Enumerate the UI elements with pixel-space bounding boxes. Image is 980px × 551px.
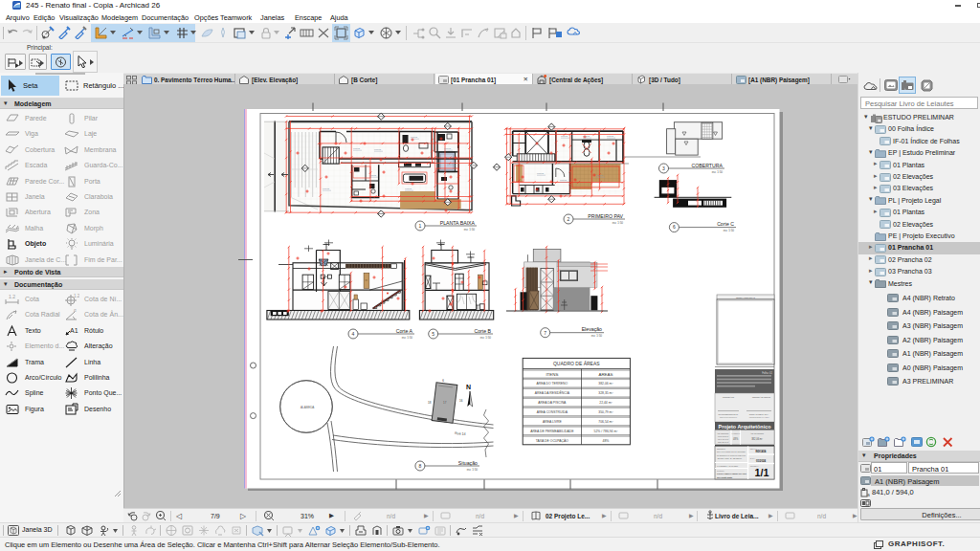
svg-text:COBERTURA: COBERTURA	[692, 163, 724, 168]
svg-text:ÁREAS: ÁREAS	[599, 372, 613, 377]
svg-text:esc 1:50: esc 1:50	[712, 170, 724, 174]
svg-text:Corte C, Elevação, Situação: Corte C, Elevação, Situação	[717, 476, 732, 479]
svg-text:Corte C: Corte C	[717, 221, 734, 227]
svg-text:DOUGLAS KLEBI DA SILVA: DOUGLAS KLEBI DA SILVA	[749, 413, 768, 415]
svg-text:5: 5	[432, 331, 434, 337]
svg-text:NOME: NOME	[447, 163, 455, 165]
svg-text:DATA:: DATA:	[750, 457, 755, 459]
svg-text:NOME: NOME	[369, 174, 377, 177]
svg-text:328,35 m²: 328,35 m²	[598, 391, 613, 395]
svg-text:α: α	[74, 308, 77, 313]
svg-text:ÁREA DO TERRENO: ÁREA DO TERRENO	[537, 382, 568, 386]
svg-text:1.2: 1.2	[74, 294, 79, 298]
svg-text:706,54 m²: 706,54 m²	[598, 420, 613, 424]
svg-text:ARQUITETO E URBANISTA CAU: A11: ARQUITETO E URBANISTA CAU: A111111-1	[749, 416, 769, 418]
svg-text:esc 1:50: esc 1:50	[402, 336, 413, 340]
svg-text:2: 2	[568, 216, 570, 222]
svg-text:RENATO EMPREENDIMENTOS IMOB. L: RENATO EMPREENDIMENTOS IMOB. LTDA	[719, 413, 739, 415]
svg-text:NOME: NOME	[405, 187, 412, 190]
svg-text:RESPONSÁVEL TÉCNICO: RESPONSÁVEL TÉCNICO	[752, 396, 770, 399]
svg-text:NOME: NOME	[561, 135, 568, 138]
svg-text:INDICADA: INDICADA	[756, 450, 767, 453]
svg-text:NOME: NOME	[607, 135, 614, 138]
svg-text:Situação: Situação	[458, 460, 478, 466]
svg-text:18: 18	[428, 401, 432, 405]
svg-text:esc 1:50: esc 1:50	[480, 336, 492, 340]
svg-text:NOME: NOME	[583, 135, 590, 138]
svg-text:ÁREA DO TERRENO: ÁREA DO TERRENO	[750, 432, 764, 434]
svg-text:17: 17	[443, 401, 447, 405]
svg-text:382,06 m²: 382,06 m²	[598, 382, 613, 386]
svg-text:NOME: NOME	[533, 189, 541, 192]
svg-text:OBSERVAÇÕES GERAIS: OBSERVAÇÕES GERAIS	[736, 297, 755, 299]
svg-text:PRIMEIRO PAV: PRIMEIRO PAV	[588, 213, 623, 219]
svg-text:1/1: 1/1	[754, 467, 768, 478]
svg-text:Folha: 01: Folha: 01	[762, 371, 772, 375]
svg-text:esc 1:50: esc 1:50	[467, 468, 479, 472]
svg-text:7: 7	[544, 330, 546, 336]
svg-text:CNPJ: 00.000.000/0001-00: CNPJ: 00.000.000/0001-00	[720, 416, 738, 418]
svg-text:4: 4	[352, 331, 355, 337]
svg-text:NOME: NOME	[323, 187, 330, 190]
svg-text:N: N	[466, 384, 471, 390]
svg-text:Corte B: Corte B	[474, 328, 491, 334]
svg-text:01/2024: 01/2024	[756, 459, 766, 463]
svg-text:382,06 m²: 382,06 m²	[751, 437, 763, 441]
svg-text:Projeto Arquitetônico: Projeto Arquitetônico	[719, 424, 772, 430]
svg-text:NOME: NOME	[374, 148, 382, 151]
svg-text:a: a	[867, 492, 870, 497]
svg-text:48%: 48%	[603, 439, 610, 443]
svg-text:ÁREA CONSTRUÍDA: ÁREA CONSTRUÍDA	[717, 432, 729, 434]
svg-text:6: 6	[673, 224, 676, 230]
svg-text:TAXA DE OCUPAÇÃO: TAXA DE OCUPAÇÃO	[536, 438, 569, 443]
svg-text:ÁREA DA PISCINA: ÁREA DA PISCINA	[538, 401, 567, 405]
svg-text:22,44 m²: 22,44 m²	[599, 401, 612, 405]
svg-text:NOME: NOME	[560, 179, 568, 182]
svg-text:NOME: NOME	[411, 136, 418, 139]
svg-text:ÁREA LIVRE: ÁREA LIVRE	[543, 420, 563, 424]
svg-text:Conteúdo:: Conteúdo:	[717, 470, 724, 472]
svg-text:esc 1:50: esc 1:50	[464, 228, 476, 231]
svg-text:NOME: NOME	[444, 147, 452, 150]
svg-text:esc 1:50: esc 1:50	[612, 221, 624, 225]
svg-text:ITENS: ITENS	[546, 372, 558, 377]
svg-text:NOME: NOME	[596, 174, 604, 177]
svg-text:CASA RESIDENCIAL - LEVANTAMENT: CASA RESIDENCIAL - LEVANTAMENTO	[717, 465, 738, 467]
svg-text:350,79 m²: 350,79 m²	[598, 410, 613, 414]
svg-text:PROPRIETÁRIO: PROPRIETÁRIO	[723, 396, 734, 399]
svg-text:Rua 14: Rua 14	[455, 431, 466, 436]
svg-text:ÁREA DA RESIDÊNCIA: ÁREA DA RESIDÊNCIA	[535, 390, 570, 395]
svg-text:48%: 48%	[733, 437, 739, 441]
svg-text:1.2: 1.2	[9, 294, 15, 299]
svg-text:ÁREA CONSTRUÍDA: ÁREA CONSTRUÍDA	[537, 410, 568, 414]
svg-text:1: 1	[419, 223, 422, 229]
svg-text:ÁREA DE PERMEABILIDADE: ÁREA DE PERMEABILIDADE	[530, 430, 574, 433]
svg-text:NOME: NOME	[537, 172, 545, 175]
svg-text:16: 16	[459, 399, 463, 403]
svg-text:NOME: NOME	[353, 147, 361, 150]
svg-text:PLANTA BAIXA: PLANTA BAIXA	[440, 220, 476, 226]
svg-text:8: 8	[419, 463, 422, 469]
svg-text:Elevação: Elevação	[582, 326, 602, 332]
svg-text:QUADRO DE ÁREAS: QUADRO DE ÁREAS	[553, 361, 600, 366]
svg-text:52% / 786,94 m²: 52% / 786,94 m²	[594, 430, 619, 433]
svg-text:ALAMEDA: ALAMEDA	[301, 406, 314, 409]
svg-text:3: 3	[662, 165, 665, 171]
svg-text:Corte A: Corte A	[396, 328, 413, 334]
svg-text:esc 1:50: esc 1:50	[591, 334, 603, 338]
svg-text:A1: A1	[70, 327, 78, 334]
svg-text:esc 1:50: esc 1:50	[724, 229, 735, 232]
